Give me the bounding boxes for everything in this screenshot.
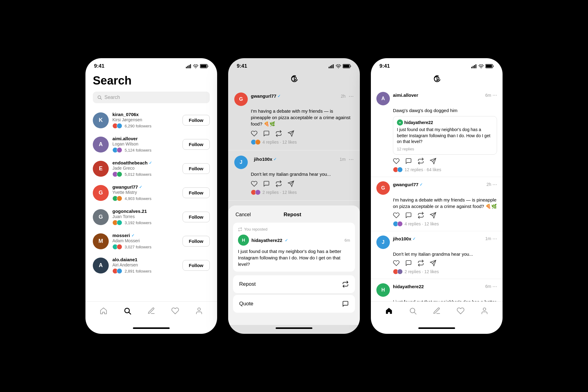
share-btn-g[interactable]	[288, 130, 294, 137]
search-placeholder: Search	[104, 95, 120, 100]
search-input-wrap[interactable]: Search	[93, 92, 210, 103]
comment-btn-aimi[interactable]	[405, 158, 412, 164]
user-list: K kiran_0706x Kirsi Jørgensen 6,290 foll…	[85, 107, 217, 301]
battery-icon-2	[343, 64, 351, 68]
like-gwang-p3[interactable]	[393, 212, 400, 219]
verified-badge: ✓	[149, 160, 152, 165]
modal-header: Cancel Repost	[228, 205, 360, 223]
repost-modal: Cancel Repost You reposted H hidayathere…	[228, 205, 360, 325]
status-time-2: 9:41	[237, 63, 247, 69]
post-actions-j	[251, 180, 354, 187]
more-hida-p3[interactable]: ···	[492, 283, 497, 290]
mini-avatar-2	[117, 196, 122, 201]
like-btn-j[interactable]	[251, 180, 258, 187]
nav-profile[interactable]	[194, 305, 205, 316]
user-avatar-aimi.allover: A	[93, 137, 109, 153]
bottom-nav-3	[371, 301, 503, 325]
comment-jiho-p3[interactable]	[405, 260, 412, 266]
share-btn-aimi[interactable]	[430, 158, 436, 164]
share-gwang-p3[interactable]	[430, 212, 436, 219]
actions-jiho-p3	[393, 260, 497, 266]
follow-button-kiran_0706x[interactable]: Follow	[183, 115, 210, 126]
like-jiho-p3[interactable]	[393, 260, 400, 266]
search-icon	[97, 95, 102, 100]
repost-jiho-p3[interactable]	[417, 260, 424, 266]
comment-gwang-p3[interactable]	[405, 212, 412, 219]
like-btn-aimi[interactable]	[393, 158, 400, 164]
user-info-gogoncalves.21: gogoncalves.21 Juan Torres 3,192 followe…	[112, 209, 179, 225]
modal-cancel-btn[interactable]: Cancel	[236, 212, 251, 217]
repost-btn-j[interactable]	[275, 180, 282, 187]
signal-icon-2	[329, 64, 334, 68]
user-real-name-kiran_0706x: Kirsi Jørgensen	[112, 117, 179, 122]
more-aimi[interactable]: ···	[492, 92, 497, 98]
post-avatar-g: G	[234, 92, 248, 106]
follow-button-aimi.allover[interactable]: Follow	[183, 139, 210, 150]
more-jiho-p3[interactable]: ···	[492, 236, 497, 242]
post-p3-4: H hidayathere22 6m ··· I just found out …	[371, 279, 503, 301]
user-item-gwangurl77: G gwangurl77 ✓ Yvette Mistry 4,903 follo…	[85, 181, 217, 205]
svg-line-10	[129, 312, 131, 314]
user-info-endoatthebeach: endoatthebeach ✓ Jade Greco 5,012 follow…	[112, 160, 179, 177]
time-hida-p3: 6m	[485, 284, 491, 289]
follow-button-gwangurl77[interactable]: Follow	[183, 187, 210, 198]
comment-btn-j[interactable]	[263, 180, 270, 187]
user-name-gogoncalves.21: gogoncalves.21	[112, 209, 147, 214]
follow-button-endoatthebeach[interactable]: Follow	[183, 163, 210, 174]
nav-home-3[interactable]	[383, 305, 394, 316]
svg-rect-12	[329, 67, 330, 68]
follow-button-mosseri[interactable]: Follow	[183, 236, 210, 247]
post-text-j: Don't let my Italian grandma hear you...	[251, 171, 354, 177]
nav-profile-3[interactable]	[479, 305, 490, 316]
user-info-kiran_0706x: kiran_0706x Kirsi Jørgensen 6,290 follow…	[112, 112, 179, 129]
svg-rect-24	[473, 66, 474, 68]
mini-avatar-2	[117, 244, 122, 250]
nav-likes[interactable]	[170, 305, 181, 316]
quote-action-icon	[342, 300, 349, 307]
follow-button-alo.daiane1[interactable]: Follow	[183, 260, 210, 271]
quote-action-btn[interactable]: Quote	[233, 295, 355, 313]
mini-avatar-2	[117, 123, 122, 129]
threads-logo-2	[228, 72, 360, 88]
repost-action-btn[interactable]: Repost	[233, 275, 355, 293]
repost-gwang-p3[interactable]	[417, 212, 424, 219]
user-info-alo.daiane1: alo.daiane1 Airi Andersen 2,891 follower…	[112, 257, 179, 274]
share-btn-j[interactable]	[288, 180, 294, 187]
user-item-mosseri: M mosseri ✓ Adam Mosseri 3,027 followers…	[85, 229, 217, 253]
nav-home[interactable]	[98, 305, 109, 316]
time-jiho-p3: 1m	[485, 236, 491, 241]
user-real-name-mosseri: Adam Mosseri	[112, 238, 179, 243]
nav-search-3[interactable]	[407, 305, 418, 316]
more-gwang-p3[interactable]: ···	[492, 181, 497, 188]
modal-post-header: H hidayathere22 ✓ 6m	[238, 235, 350, 246]
share-jiho-p3[interactable]	[430, 260, 436, 266]
nav-compose-3[interactable]	[431, 305, 442, 316]
home-indicator-2	[276, 327, 312, 329]
status-icons-3	[471, 64, 494, 68]
nav-search[interactable]	[122, 305, 133, 316]
user-real-name-gwangurl77: Yvette Mistry	[112, 190, 179, 195]
home-indicator-3	[418, 327, 455, 329]
text-gwang-p3: I'm having a debate with my friends — is…	[393, 197, 497, 209]
avatar-jiho-p3: J	[376, 236, 390, 249]
phones-container: 9:41	[73, 40, 515, 352]
post-more-j[interactable]: ···	[349, 156, 354, 163]
status-time-1: 9:41	[94, 63, 104, 69]
avatar-gwang-p3: G	[376, 181, 390, 195]
modal-preview: You reposted H hidayathere22 ✓ 6m I just…	[233, 223, 355, 272]
user-info-gwangurl77: gwangurl77 ✓ Yvette Mistry 4,903 followe…	[112, 184, 179, 201]
quoted-text: I just found out that my neighbor's dog …	[397, 127, 493, 145]
nav-compose[interactable]	[146, 305, 157, 316]
like-btn-g[interactable]	[251, 130, 258, 137]
nav-likes-3[interactable]	[455, 305, 466, 316]
repost-btn-g[interactable]	[275, 130, 282, 137]
comment-btn-g[interactable]	[263, 130, 270, 137]
status-bar-1: 9:41	[85, 58, 217, 72]
repost-btn-aimi[interactable]	[417, 158, 424, 164]
post-p3-3: J jiho100x ✓ 1m ··· Don't let my Italian…	[371, 231, 503, 279]
text-hida-p3: I just found out that my neighbor's dog …	[393, 299, 497, 301]
post-more-g[interactable]: ···	[349, 92, 354, 100]
svg-rect-1	[187, 66, 188, 68]
follow-button-gogoncalves.21[interactable]: Follow	[183, 212, 210, 222]
phone-feed-active: 9:41	[371, 58, 503, 334]
